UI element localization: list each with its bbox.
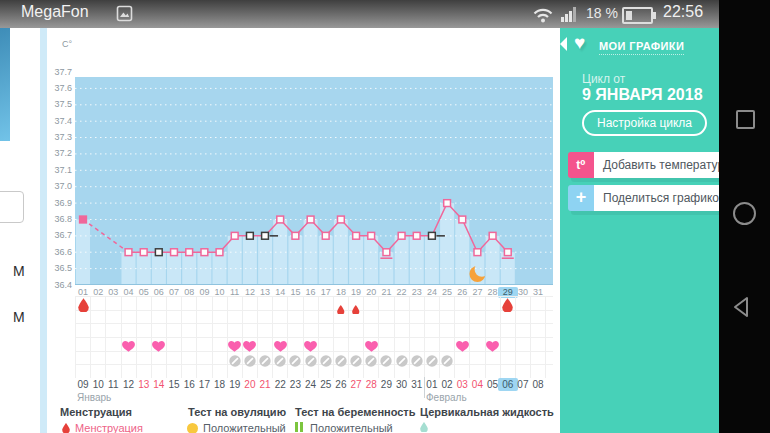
cycle-settings-button[interactable]: Настройка цикла <box>582 110 707 136</box>
temp-marker <box>489 232 496 239</box>
temp-marker <box>353 232 360 239</box>
y-axis-tick-label: 37.4 <box>42 116 72 126</box>
legend-item: Положительный <box>187 422 286 433</box>
temp-marker <box>338 216 345 223</box>
symptom-grid[interactable] <box>75 296 553 378</box>
clock-label: 22:56 <box>663 3 703 21</box>
y-axis-tick-label: 37.6 <box>42 83 72 93</box>
legend-title-pregnancy-test: Тест на беременность <box>295 406 416 418</box>
temp-marker <box>383 249 390 256</box>
back-icon[interactable] <box>732 296 752 318</box>
signal-strength-icon <box>561 7 581 22</box>
temp-marker <box>459 216 466 223</box>
y-axis-tick-label: 37.7 <box>42 67 72 77</box>
temp-marker <box>155 249 162 256</box>
heart-icon <box>456 338 469 356</box>
no-fluid-icon <box>320 353 332 371</box>
screenshot-icon <box>116 5 133 22</box>
y-axis-tick-label: 37.0 <box>42 181 72 191</box>
background-box-fragment <box>0 191 24 223</box>
blood-drop-icon <box>502 298 513 316</box>
moon-icon <box>469 266 485 282</box>
share-chart-button[interactable]: + Поделиться графиком <box>568 185 719 211</box>
legend-title-cervical-fluid: Цервикальная жидкость <box>420 406 554 418</box>
temp-marker <box>140 249 147 256</box>
temp-marker <box>307 216 314 223</box>
battery-icon <box>622 7 653 24</box>
legend-title-ovulation-test: Тест на овуляцию <box>188 406 286 418</box>
background-text-fragment: М <box>13 309 25 325</box>
cycle-from-label: Цикл от <box>582 72 625 86</box>
add-temperature-label: Добавить температуру <box>594 152 719 178</box>
share-chart-label: Поделиться графиком <box>594 185 719 211</box>
fluid-icon <box>420 422 428 432</box>
temperature-plot[interactable] <box>75 58 553 285</box>
add-temperature-button[interactable]: t⁰ Добавить температуру <box>568 152 719 178</box>
no-fluid-icon <box>274 353 286 371</box>
background-chart-fragment <box>0 28 10 141</box>
no-fluid-icon <box>289 353 301 371</box>
temp-marker <box>322 232 329 239</box>
phone-screen: М М C° 37.737.637.537.437.337.237.137.03… <box>0 0 770 433</box>
legend-item-label: Менструация <box>75 422 143 433</box>
y-axis-tick-label: 36.7 <box>42 230 72 240</box>
no-fluid-icon <box>441 353 453 371</box>
month-divider <box>424 377 425 398</box>
no-fluid-icon <box>305 353 317 371</box>
legend-item: Менструация <box>62 422 143 433</box>
temp-marker <box>231 232 238 239</box>
legend-item-label: Положительный <box>310 422 393 433</box>
temp-marker <box>171 249 178 256</box>
recent-apps-icon[interactable] <box>736 110 755 129</box>
my-charts-link[interactable]: МОИ ГРАФИКИ <box>599 40 684 55</box>
green-bars-icon <box>295 422 305 433</box>
heart-icon <box>486 338 499 356</box>
temp-marker <box>186 249 193 256</box>
no-fluid-icon <box>259 353 271 371</box>
heart-icon: ♥ <box>574 32 585 54</box>
legend-item <box>420 422 428 432</box>
background-text-fragment: М <box>13 263 25 279</box>
temp-marker <box>413 232 420 239</box>
y-axis-tick-label: 37.3 <box>42 132 72 142</box>
sidebar-callout-arrow <box>560 37 567 51</box>
legend-item: Положительный <box>295 422 393 433</box>
y-axis-tick-label: 36.8 <box>42 214 72 224</box>
blood-drop-icon <box>62 423 70 433</box>
heart-icon <box>152 338 165 356</box>
temperature-icon: t⁰ <box>568 152 594 178</box>
battery-percent-label: 18 % <box>586 5 618 21</box>
no-fluid-icon <box>335 353 347 371</box>
month-label-february: Февраль <box>426 392 467 403</box>
no-fluid-icon <box>229 353 241 371</box>
y-axis-tick-label: 37.1 <box>42 165 72 175</box>
y-axis-tick-label: 37.5 <box>42 99 72 109</box>
blood-drop-icon <box>352 300 360 318</box>
no-fluid-icon <box>380 353 392 371</box>
home-icon[interactable] <box>733 202 756 225</box>
temp-marker <box>277 216 284 223</box>
status-bar: MegaFon 18 % 22:56 <box>0 0 719 28</box>
no-fluid-icon <box>411 353 423 371</box>
no-fluid-icon <box>350 353 362 371</box>
blood-drop-icon <box>337 300 345 318</box>
cycle-start-date: 9 ЯНВАРЯ 2018 <box>582 86 703 104</box>
calendar-date-label[interactable]: 08 <box>528 378 548 391</box>
carrier-label: MegaFon <box>21 3 89 21</box>
no-fluid-icon <box>426 353 438 371</box>
legend-title-menstruation: Менструация <box>60 406 132 418</box>
no-fluid-icon <box>396 353 408 371</box>
plus-icon: + <box>568 185 594 211</box>
yellow-dot-icon <box>187 423 198 433</box>
y-axis-tick-label: 36.4 <box>42 280 72 290</box>
temp-marker <box>368 232 375 239</box>
wifi-icon <box>532 6 554 23</box>
y-axis-unit-label: C° <box>42 39 72 49</box>
temp-marker <box>429 232 436 239</box>
temp-marker <box>474 249 481 256</box>
temp-marker <box>444 200 451 207</box>
temp-marker <box>292 232 299 239</box>
heart-icon <box>122 338 135 356</box>
temp-marker <box>398 232 405 239</box>
month-label-january: Январь <box>77 392 111 403</box>
